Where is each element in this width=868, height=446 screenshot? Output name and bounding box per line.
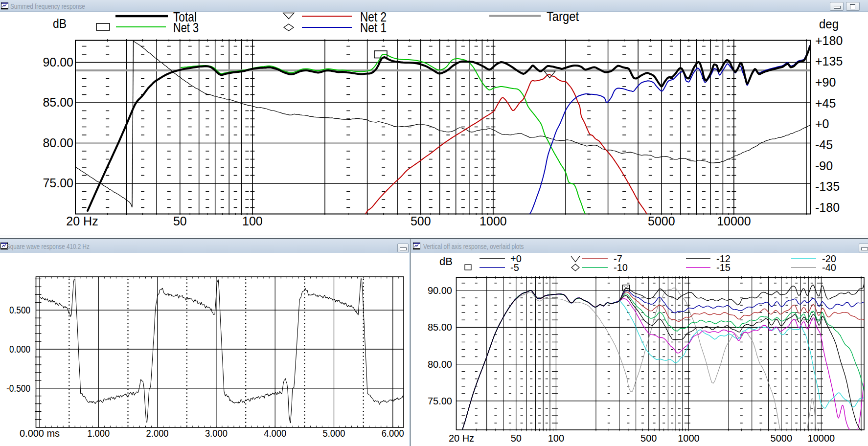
svg-text:-0.500: -0.500 (6, 383, 30, 394)
svg-text:0.500: 0.500 (9, 305, 30, 315)
svg-text:20 Hz: 20 Hz (449, 433, 474, 444)
svg-text:-45: -45 (815, 138, 833, 152)
svg-text:500: 500 (411, 214, 431, 228)
svg-text:500: 500 (640, 433, 657, 444)
svg-text:80.00: 80.00 (43, 136, 73, 150)
svg-text:Target: Target (547, 9, 579, 24)
svg-text:10000: 10000 (717, 214, 751, 228)
svg-text:1000: 1000 (678, 433, 700, 444)
svg-text:-5: -5 (510, 262, 519, 273)
svg-text:+135: +135 (815, 54, 843, 68)
svg-text:20 Hz: 20 Hz (66, 214, 98, 228)
svg-text:6.000: 6.000 (382, 428, 404, 439)
svg-text:+0: +0 (815, 117, 829, 131)
svg-text:85.00: 85.00 (428, 322, 452, 333)
svg-text:1000: 1000 (480, 214, 507, 228)
svg-text:deg: deg (819, 17, 839, 31)
svg-text:dB: dB (439, 255, 453, 268)
svg-text:-135: -135 (815, 179, 840, 193)
svg-text:-180: -180 (815, 201, 840, 214)
svg-text:0.000 ms: 0.000 ms (20, 428, 60, 439)
svg-text:3.000: 3.000 (205, 428, 228, 439)
svg-text:50: 50 (173, 214, 187, 228)
svg-text:5000: 5000 (771, 433, 793, 444)
svg-text:75.00: 75.00 (43, 176, 73, 190)
svg-text:90.00: 90.00 (428, 285, 452, 296)
svg-text:2.000: 2.000 (146, 428, 169, 439)
svg-text:-90: -90 (815, 159, 833, 173)
svg-text:+180: +180 (815, 34, 843, 47)
svg-text:90.00: 90.00 (43, 55, 73, 69)
svg-text:0.000: 0.000 (9, 344, 30, 355)
svg-text:10000: 10000 (808, 433, 835, 444)
svg-text:+45: +45 (815, 96, 836, 110)
svg-text:Net 1: Net 1 (360, 20, 387, 35)
svg-text:-10: -10 (614, 262, 628, 273)
svg-text:-40: -40 (822, 262, 836, 273)
svg-text:85.00: 85.00 (43, 95, 73, 109)
svg-text:5.000: 5.000 (323, 428, 345, 439)
svg-text:4.000: 4.000 (264, 428, 286, 439)
svg-text:+90: +90 (815, 75, 836, 89)
svg-text:1.000: 1.000 (87, 428, 110, 439)
svg-text:dB: dB (53, 16, 67, 31)
svg-text:100: 100 (548, 433, 564, 444)
svg-text:Net 3: Net 3 (173, 20, 199, 35)
svg-text:80.00: 80.00 (428, 359, 452, 370)
svg-text:75.00: 75.00 (428, 396, 452, 406)
svg-text:5000: 5000 (648, 214, 675, 228)
svg-text:-15: -15 (716, 262, 731, 273)
svg-text:50: 50 (511, 433, 522, 444)
svg-text:100: 100 (242, 214, 263, 228)
